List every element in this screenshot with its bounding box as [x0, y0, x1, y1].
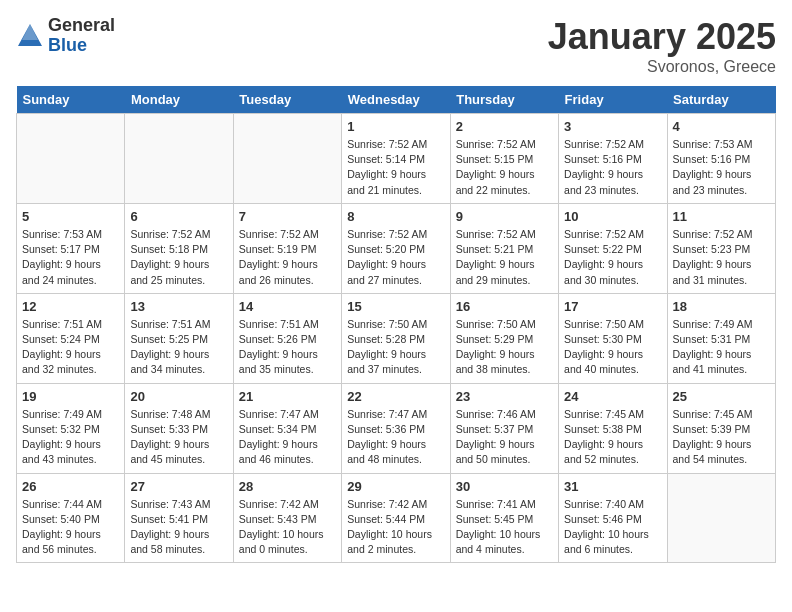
- day-content: Sunrise: 7:44 AM Sunset: 5:40 PM Dayligh…: [22, 497, 119, 558]
- calendar-day-cell: 17Sunrise: 7:50 AM Sunset: 5:30 PM Dayli…: [559, 293, 667, 383]
- calendar-day-cell: 7Sunrise: 7:52 AM Sunset: 5:19 PM Daylig…: [233, 203, 341, 293]
- day-number: 6: [130, 209, 227, 224]
- day-number: 17: [564, 299, 661, 314]
- calendar-week-row: 12Sunrise: 7:51 AM Sunset: 5:24 PM Dayli…: [17, 293, 776, 383]
- calendar-day-cell: 11Sunrise: 7:52 AM Sunset: 5:23 PM Dayli…: [667, 203, 775, 293]
- calendar-day-cell: 15Sunrise: 7:50 AM Sunset: 5:28 PM Dayli…: [342, 293, 450, 383]
- day-number: 14: [239, 299, 336, 314]
- day-number: 11: [673, 209, 770, 224]
- day-content: Sunrise: 7:47 AM Sunset: 5:36 PM Dayligh…: [347, 407, 444, 468]
- calendar-day-cell: 4Sunrise: 7:53 AM Sunset: 5:16 PM Daylig…: [667, 114, 775, 204]
- calendar-day-cell: 8Sunrise: 7:52 AM Sunset: 5:20 PM Daylig…: [342, 203, 450, 293]
- weekday-header: Friday: [559, 86, 667, 114]
- calendar-day-cell: 13Sunrise: 7:51 AM Sunset: 5:25 PM Dayli…: [125, 293, 233, 383]
- day-number: 31: [564, 479, 661, 494]
- calendar-table: SundayMondayTuesdayWednesdayThursdayFrid…: [16, 86, 776, 563]
- day-number: 27: [130, 479, 227, 494]
- day-content: Sunrise: 7:50 AM Sunset: 5:30 PM Dayligh…: [564, 317, 661, 378]
- weekday-header: Thursday: [450, 86, 558, 114]
- day-number: 26: [22, 479, 119, 494]
- day-number: 19: [22, 389, 119, 404]
- day-number: 8: [347, 209, 444, 224]
- calendar-day-cell: 30Sunrise: 7:41 AM Sunset: 5:45 PM Dayli…: [450, 473, 558, 563]
- day-content: Sunrise: 7:52 AM Sunset: 5:14 PM Dayligh…: [347, 137, 444, 198]
- day-number: 4: [673, 119, 770, 134]
- calendar-day-cell: [667, 473, 775, 563]
- calendar-day-cell: 26Sunrise: 7:44 AM Sunset: 5:40 PM Dayli…: [17, 473, 125, 563]
- calendar-day-cell: 19Sunrise: 7:49 AM Sunset: 5:32 PM Dayli…: [17, 383, 125, 473]
- calendar-day-cell: [125, 114, 233, 204]
- day-number: 20: [130, 389, 227, 404]
- month-title: January 2025: [548, 16, 776, 58]
- calendar-day-cell: 24Sunrise: 7:45 AM Sunset: 5:38 PM Dayli…: [559, 383, 667, 473]
- day-content: Sunrise: 7:52 AM Sunset: 5:19 PM Dayligh…: [239, 227, 336, 288]
- day-content: Sunrise: 7:42 AM Sunset: 5:44 PM Dayligh…: [347, 497, 444, 558]
- calendar-day-cell: 6Sunrise: 7:52 AM Sunset: 5:18 PM Daylig…: [125, 203, 233, 293]
- calendar-day-cell: 27Sunrise: 7:43 AM Sunset: 5:41 PM Dayli…: [125, 473, 233, 563]
- title-block: January 2025 Svoronos, Greece: [548, 16, 776, 76]
- day-number: 12: [22, 299, 119, 314]
- location: Svoronos, Greece: [548, 58, 776, 76]
- day-number: 29: [347, 479, 444, 494]
- day-content: Sunrise: 7:43 AM Sunset: 5:41 PM Dayligh…: [130, 497, 227, 558]
- day-number: 16: [456, 299, 553, 314]
- calendar-week-row: 5Sunrise: 7:53 AM Sunset: 5:17 PM Daylig…: [17, 203, 776, 293]
- day-number: 3: [564, 119, 661, 134]
- day-content: Sunrise: 7:52 AM Sunset: 5:23 PM Dayligh…: [673, 227, 770, 288]
- day-content: Sunrise: 7:51 AM Sunset: 5:26 PM Dayligh…: [239, 317, 336, 378]
- day-content: Sunrise: 7:41 AM Sunset: 5:45 PM Dayligh…: [456, 497, 553, 558]
- day-content: Sunrise: 7:53 AM Sunset: 5:16 PM Dayligh…: [673, 137, 770, 198]
- calendar-day-cell: 5Sunrise: 7:53 AM Sunset: 5:17 PM Daylig…: [17, 203, 125, 293]
- day-content: Sunrise: 7:47 AM Sunset: 5:34 PM Dayligh…: [239, 407, 336, 468]
- calendar-day-cell: 16Sunrise: 7:50 AM Sunset: 5:29 PM Dayli…: [450, 293, 558, 383]
- calendar-week-row: 1Sunrise: 7:52 AM Sunset: 5:14 PM Daylig…: [17, 114, 776, 204]
- day-content: Sunrise: 7:52 AM Sunset: 5:20 PM Dayligh…: [347, 227, 444, 288]
- calendar-day-cell: 21Sunrise: 7:47 AM Sunset: 5:34 PM Dayli…: [233, 383, 341, 473]
- day-content: Sunrise: 7:42 AM Sunset: 5:43 PM Dayligh…: [239, 497, 336, 558]
- day-content: Sunrise: 7:51 AM Sunset: 5:24 PM Dayligh…: [22, 317, 119, 378]
- day-number: 22: [347, 389, 444, 404]
- calendar-day-cell: 2Sunrise: 7:52 AM Sunset: 5:15 PM Daylig…: [450, 114, 558, 204]
- calendar-day-cell: 1Sunrise: 7:52 AM Sunset: 5:14 PM Daylig…: [342, 114, 450, 204]
- day-number: 2: [456, 119, 553, 134]
- day-content: Sunrise: 7:40 AM Sunset: 5:46 PM Dayligh…: [564, 497, 661, 558]
- day-number: 30: [456, 479, 553, 494]
- page-header: General Blue January 2025 Svoronos, Gree…: [16, 16, 776, 76]
- day-number: 28: [239, 479, 336, 494]
- calendar-day-cell: 25Sunrise: 7:45 AM Sunset: 5:39 PM Dayli…: [667, 383, 775, 473]
- day-content: Sunrise: 7:52 AM Sunset: 5:21 PM Dayligh…: [456, 227, 553, 288]
- calendar-day-cell: 9Sunrise: 7:52 AM Sunset: 5:21 PM Daylig…: [450, 203, 558, 293]
- weekday-header: Saturday: [667, 86, 775, 114]
- day-number: 25: [673, 389, 770, 404]
- day-content: Sunrise: 7:50 AM Sunset: 5:28 PM Dayligh…: [347, 317, 444, 378]
- day-content: Sunrise: 7:52 AM Sunset: 5:16 PM Dayligh…: [564, 137, 661, 198]
- calendar-day-cell: [233, 114, 341, 204]
- day-number: 1: [347, 119, 444, 134]
- calendar-day-cell: 31Sunrise: 7:40 AM Sunset: 5:46 PM Dayli…: [559, 473, 667, 563]
- calendar-day-cell: 12Sunrise: 7:51 AM Sunset: 5:24 PM Dayli…: [17, 293, 125, 383]
- weekday-header: Monday: [125, 86, 233, 114]
- day-number: 24: [564, 389, 661, 404]
- day-number: 5: [22, 209, 119, 224]
- day-number: 21: [239, 389, 336, 404]
- calendar-day-cell: 3Sunrise: 7:52 AM Sunset: 5:16 PM Daylig…: [559, 114, 667, 204]
- calendar-day-cell: 18Sunrise: 7:49 AM Sunset: 5:31 PM Dayli…: [667, 293, 775, 383]
- calendar-day-cell: 20Sunrise: 7:48 AM Sunset: 5:33 PM Dayli…: [125, 383, 233, 473]
- calendar-day-cell: [17, 114, 125, 204]
- weekday-header: Tuesday: [233, 86, 341, 114]
- day-content: Sunrise: 7:48 AM Sunset: 5:33 PM Dayligh…: [130, 407, 227, 468]
- calendar-day-cell: 23Sunrise: 7:46 AM Sunset: 5:37 PM Dayli…: [450, 383, 558, 473]
- day-number: 23: [456, 389, 553, 404]
- day-content: Sunrise: 7:52 AM Sunset: 5:15 PM Dayligh…: [456, 137, 553, 198]
- day-number: 9: [456, 209, 553, 224]
- day-content: Sunrise: 7:45 AM Sunset: 5:38 PM Dayligh…: [564, 407, 661, 468]
- day-content: Sunrise: 7:51 AM Sunset: 5:25 PM Dayligh…: [130, 317, 227, 378]
- day-content: Sunrise: 7:49 AM Sunset: 5:32 PM Dayligh…: [22, 407, 119, 468]
- calendar-week-row: 26Sunrise: 7:44 AM Sunset: 5:40 PM Dayli…: [17, 473, 776, 563]
- weekday-header: Wednesday: [342, 86, 450, 114]
- day-content: Sunrise: 7:49 AM Sunset: 5:31 PM Dayligh…: [673, 317, 770, 378]
- calendar-week-row: 19Sunrise: 7:49 AM Sunset: 5:32 PM Dayli…: [17, 383, 776, 473]
- calendar-day-cell: 29Sunrise: 7:42 AM Sunset: 5:44 PM Dayli…: [342, 473, 450, 563]
- calendar-day-cell: 28Sunrise: 7:42 AM Sunset: 5:43 PM Dayli…: [233, 473, 341, 563]
- logo-text: General Blue: [48, 16, 115, 56]
